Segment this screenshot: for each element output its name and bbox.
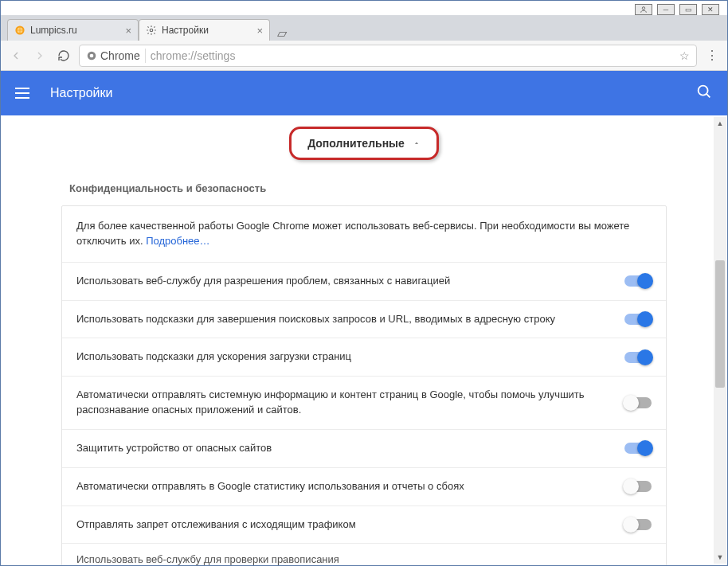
privacy-card: Для более качественной работы Google Chr… — [61, 205, 667, 565]
setting-row-do-not-track[interactable]: Отправлять запрет отслеживания с исходящ… — [62, 506, 666, 545]
search-icon[interactable] — [695, 83, 713, 103]
setting-label: Отправлять запрет отслеживания с исходящ… — [76, 517, 624, 533]
tab-strip: Lumpics.ru × Настройки × ▱ — [1, 15, 727, 41]
svg-point-7 — [90, 53, 94, 57]
page-title: Настройки — [50, 86, 112, 100]
toggle-protect-device[interactable] — [624, 443, 652, 454]
svg-line-9 — [706, 94, 710, 97]
tab-label: Настройки — [162, 25, 209, 36]
tab-settings[interactable]: Настройки × — [139, 19, 270, 41]
svg-point-0 — [642, 7, 644, 10]
toggle-do-not-track[interactable] — [624, 519, 652, 530]
learn-more-link[interactable]: Подробнее… — [146, 235, 209, 247]
browser-menu-button[interactable]: ⋮ — [703, 48, 721, 63]
tab-lumpics[interactable]: Lumpics.ru × — [7, 19, 139, 41]
chevron-up-icon — [413, 137, 421, 150]
tab-label: Lumpics.ru — [30, 25, 77, 36]
setting-row-spellcheck-partial: Использовать веб-службу для проверки пра… — [62, 544, 666, 565]
scroll-down-icon[interactable]: ▼ — [714, 551, 726, 564]
setting-row-safe-browsing-reporting[interactable]: Автоматически отправлять системную инфор… — [62, 377, 666, 430]
back-button[interactable] — [7, 47, 25, 64]
omnibox[interactable]: Chrome chrome://settings ☆ — [79, 45, 697, 67]
tab-close-icon[interactable]: × — [256, 25, 263, 36]
scrollbar[interactable]: ▲ ▼ — [714, 117, 726, 564]
intro-row: Для более качественной работы Google Chr… — [62, 206, 666, 263]
toggle-navigation-error[interactable] — [624, 275, 652, 287]
tab-close-icon[interactable]: × — [125, 25, 131, 36]
setting-row-protect-device[interactable]: Защитить устройство от опасных сайтов — [62, 430, 666, 468]
toggle-search-suggestions[interactable] — [624, 314, 652, 325]
orange-slice-icon — [14, 25, 25, 36]
svg-point-5 — [150, 29, 153, 32]
new-tab-button[interactable]: ▱ — [273, 25, 291, 41]
advanced-label: Дополнительные — [307, 137, 405, 150]
forward-button[interactable] — [31, 47, 49, 64]
setting-label: Использовать подсказки для завершения по… — [76, 312, 624, 327]
setting-row-prefetch[interactable]: Использовать подсказки для ускорения заг… — [62, 338, 666, 377]
scroll-thumb[interactable] — [715, 260, 725, 388]
setting-label: Использовать веб-службу для разрешения п… — [76, 274, 624, 289]
gear-icon — [146, 25, 157, 36]
toggle-safe-browsing-reporting[interactable] — [624, 397, 652, 408]
window-titlebar: ─ ▭ ✕ — [1, 1, 727, 15]
reload-button[interactable] — [55, 47, 72, 64]
toolbar: Chrome chrome://settings ☆ ⋮ — [1, 41, 727, 71]
setting-row-navigation-error[interactable]: Использовать веб-службу для разрешения п… — [62, 263, 666, 301]
setting-row-search-suggestions[interactable]: Использовать подсказки для завершения по… — [62, 301, 666, 339]
svg-point-8 — [699, 86, 708, 96]
setting-label: Защитить устройство от опасных сайтов — [76, 441, 624, 456]
omnibox-divider — [145, 49, 146, 63]
setting-row-usage-stats[interactable]: Автоматически отправлять в Google статис… — [62, 468, 666, 506]
window-close-button[interactable]: ✕ — [702, 4, 719, 15]
setting-label: Автоматически отправлять системную инфор… — [76, 388, 624, 418]
settings-header: Настройки — [1, 71, 727, 115]
section-title: Конфиденциальность и безопасность — [61, 174, 667, 205]
settings-content: ▲ ▼ Дополнительные Конфиденциальность и … — [1, 115, 727, 565]
bookmark-star-icon[interactable]: ☆ — [679, 49, 690, 62]
scroll-up-icon[interactable]: ▲ — [714, 117, 726, 130]
advanced-toggle-button[interactable]: Дополнительные — [289, 127, 439, 160]
hamburger-menu-icon[interactable] — [15, 83, 36, 103]
setting-label: Использовать подсказки для ускорения заг… — [76, 349, 624, 365]
omnibox-url: chrome://settings — [151, 49, 236, 62]
setting-label: Автоматически отправлять в Google статис… — [76, 479, 624, 494]
chrome-origin-chip: Chrome — [86, 49, 140, 62]
window-minimize-button[interactable]: ─ — [657, 4, 675, 15]
window-maximize-button[interactable]: ▭ — [679, 4, 697, 15]
toggle-prefetch[interactable] — [624, 352, 652, 363]
toggle-usage-stats[interactable] — [624, 481, 652, 492]
window-user-icon[interactable] — [635, 4, 652, 15]
